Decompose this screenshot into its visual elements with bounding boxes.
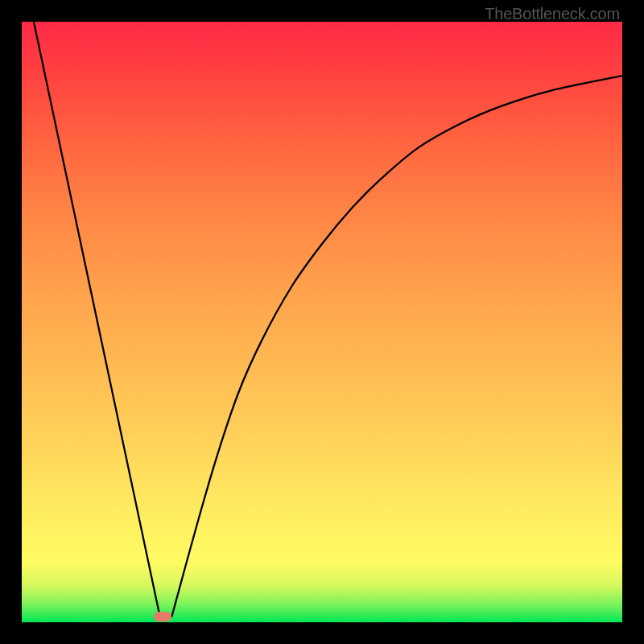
optimum-marker <box>154 612 171 621</box>
chart-frame: TheBottleneck.com <box>0 0 644 644</box>
bottleneck-curve <box>22 22 622 622</box>
plot-area <box>22 22 622 622</box>
attribution-label: TheBottleneck.com <box>485 5 620 23</box>
